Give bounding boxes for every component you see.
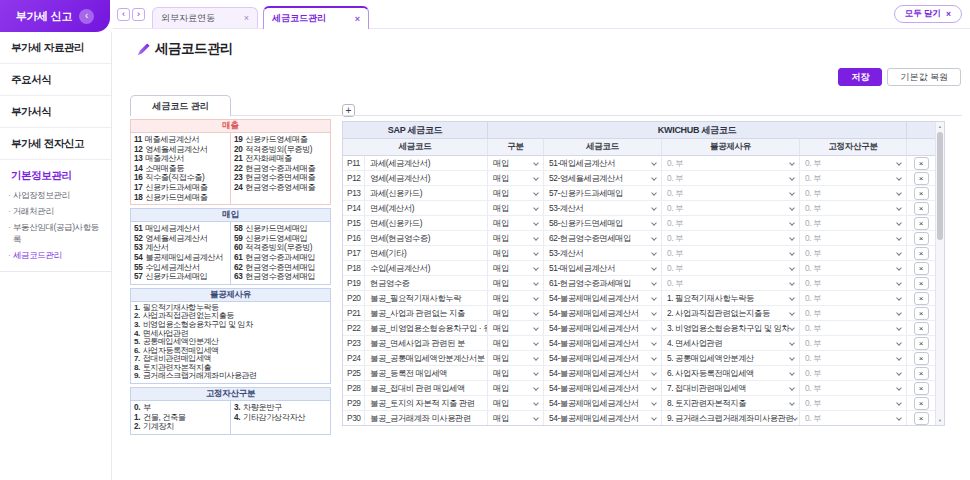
type-select[interactable]: 매입 xyxy=(488,231,544,245)
tax-code-select[interactable]: 54-불공제매입세금계산서 xyxy=(544,381,662,395)
tab-scroll-left-icon[interactable]: ‹ xyxy=(117,8,130,21)
delete-row-button[interactable]: × xyxy=(914,202,929,215)
delete-row-button[interactable]: × xyxy=(914,217,929,230)
tax-code-select[interactable]: 54-불공제매입세금계산서 xyxy=(544,396,662,410)
type-select[interactable]: 매입 xyxy=(488,321,544,335)
sidebar-subitem-workplace-info[interactable]: 사업장정보관리 xyxy=(0,188,111,204)
type-select[interactable]: 매입 xyxy=(488,201,544,215)
nondeductible-reason-select[interactable]: 7. 접대비관련매입세액 xyxy=(662,381,800,395)
type-select[interactable]: 매입 xyxy=(488,396,544,410)
fixed-asset-select[interactable]: 0. 부 xyxy=(800,381,907,395)
tab-tax-code-management[interactable]: 세금코드관리 × xyxy=(263,6,369,29)
delete-row-button[interactable]: × xyxy=(914,232,929,245)
tax-code-select[interactable]: 54-불공제매입세금계산서 xyxy=(544,321,662,335)
save-button[interactable]: 저장 xyxy=(838,68,882,86)
delete-row-button[interactable]: × xyxy=(914,292,929,305)
type-select[interactable]: 매입 xyxy=(488,351,544,365)
type-select[interactable]: 매입 xyxy=(488,306,544,320)
tab-close-icon[interactable]: × xyxy=(355,14,360,24)
fixed-asset-select[interactable]: 0. 부 xyxy=(800,396,907,410)
tax-code-select[interactable]: 51-매입세금계산서 xyxy=(544,156,662,170)
type-select[interactable]: 매입 xyxy=(488,156,544,170)
nondeductible-reason-select[interactable]: 1. 필요적기재사항누락등 xyxy=(662,291,800,305)
delete-row-button[interactable]: × xyxy=(914,157,929,170)
nondeductible-reason-select[interactable]: 0. 부 xyxy=(662,261,800,275)
sidebar-item-sub-forms[interactable]: 부가서식 xyxy=(0,96,111,128)
type-select[interactable]: 매입 xyxy=(488,171,544,185)
type-select[interactable]: 매입 xyxy=(488,216,544,230)
nondeductible-reason-select[interactable]: 0. 부 xyxy=(662,216,800,230)
nondeductible-reason-select[interactable]: 8. 토지관련자본적지출 xyxy=(662,396,800,410)
tab-external-data-link[interactable]: 외부자료연동 × xyxy=(152,7,258,28)
tab-close-icon[interactable]: × xyxy=(244,13,249,23)
type-select[interactable]: 매입 xyxy=(488,381,544,395)
delete-row-button[interactable]: × xyxy=(914,382,929,395)
nondeductible-reason-select[interactable]: 3. 비영업용소형승용차구입 및 임차 xyxy=(662,321,800,335)
fixed-asset-select[interactable]: 0. 부 xyxy=(800,246,907,260)
type-select[interactable]: 매입 xyxy=(488,366,544,380)
sidebar-subitem-real-estate[interactable]: 부동산임대(공급)사항등록 xyxy=(0,220,111,248)
delete-row-button[interactable]: × xyxy=(914,247,929,260)
nondeductible-reason-select[interactable]: 0. 부 xyxy=(662,171,800,185)
scroll-up-icon[interactable]: ▲ xyxy=(936,124,944,129)
fixed-asset-select[interactable]: 0. 부 xyxy=(800,276,907,290)
nondeductible-reason-select[interactable]: 0. 부 xyxy=(662,276,800,290)
tax-code-select[interactable]: 53-계산서 xyxy=(544,246,662,260)
nondeductible-reason-select[interactable]: 0. 부 xyxy=(662,186,800,200)
nondeductible-reason-select[interactable]: 2. 사업과직접관련없는지출등 xyxy=(662,306,800,320)
tax-code-select[interactable]: 54-불공제매입세금계산서 xyxy=(544,351,662,365)
delete-row-button[interactable]: × xyxy=(914,262,929,275)
type-select[interactable]: 매입 xyxy=(488,246,544,260)
tax-code-select[interactable]: 54-불공제매입세금계산서 xyxy=(544,411,662,425)
fixed-asset-select[interactable]: 0. 부 xyxy=(800,321,907,335)
vertical-scrollbar[interactable]: ▲ ▼ xyxy=(935,122,944,425)
type-select[interactable]: 매입 xyxy=(488,291,544,305)
collapse-sidebar-icon[interactable]: ‹ xyxy=(79,9,94,24)
fixed-asset-select[interactable]: 0. 부 xyxy=(800,336,907,350)
nondeductible-reason-select[interactable]: 6. 사업자등록전매입세액 xyxy=(662,366,800,380)
tax-code-select[interactable]: 54-불공제매입세금계산서 xyxy=(544,336,662,350)
nondeductible-reason-select[interactable]: 5. 공통매입세액안분계산 xyxy=(662,351,800,365)
type-select[interactable]: 매입 xyxy=(488,276,544,290)
tax-code-select[interactable]: 62-현금영수증면세매입 xyxy=(544,231,662,245)
type-select[interactable]: 매입 xyxy=(488,411,544,425)
nondeductible-reason-select[interactable]: 4. 면세사업관련 xyxy=(662,336,800,350)
fixed-asset-select[interactable]: 0. 부 xyxy=(800,156,907,170)
close-all-tabs-button[interactable]: 모두 닫기 × xyxy=(894,5,962,23)
fixed-asset-select[interactable]: 0. 부 xyxy=(800,231,907,245)
tax-code-select[interactable]: 58-신용카드면세매입 xyxy=(544,216,662,230)
delete-row-button[interactable]: × xyxy=(914,367,929,380)
content-tab-tax-code[interactable]: 세금코드 관리 xyxy=(130,95,231,116)
nondeductible-reason-select[interactable]: 0. 부 xyxy=(662,246,800,260)
fixed-asset-select[interactable]: 0. 부 xyxy=(800,261,907,275)
nondeductible-reason-select[interactable]: 0. 부 xyxy=(662,201,800,215)
delete-row-button[interactable]: × xyxy=(914,412,929,425)
tax-code-select[interactable]: 54-불공제매입세금계산서 xyxy=(544,366,662,380)
tax-code-select[interactable]: 52-영세율세금계산서 xyxy=(544,171,662,185)
fixed-asset-select[interactable]: 0. 부 xyxy=(800,186,907,200)
nondeductible-reason-select[interactable]: 9. 금거래스크랩거래계좌미사용관련 xyxy=(662,411,800,425)
sidebar-subitem-tax-code[interactable]: 세금코드관리 xyxy=(0,248,111,264)
restore-defaults-button[interactable]: 기본값 복원 xyxy=(887,68,961,86)
delete-row-button[interactable]: × xyxy=(914,172,929,185)
fixed-asset-select[interactable]: 0. 부 xyxy=(800,366,907,380)
delete-row-button[interactable]: × xyxy=(914,397,929,410)
fixed-asset-select[interactable]: 0. 부 xyxy=(800,201,907,215)
tax-code-select[interactable]: 54-불공제매입세금계산서 xyxy=(544,306,662,320)
tax-code-select[interactable]: 53-계산서 xyxy=(544,201,662,215)
sidebar-item-e-filing[interactable]: 부가세 전자신고 xyxy=(0,128,111,160)
tax-code-select[interactable]: 61-현금영수증과세매입 xyxy=(544,276,662,290)
sidebar-subitem-client-mgmt[interactable]: 거래처관리 xyxy=(0,204,111,220)
fixed-asset-select[interactable]: 0. 부 xyxy=(800,411,907,425)
delete-row-button[interactable]: × xyxy=(914,352,929,365)
fixed-asset-select[interactable]: 0. 부 xyxy=(800,291,907,305)
delete-row-button[interactable]: × xyxy=(914,277,929,290)
delete-row-button[interactable]: × xyxy=(914,322,929,335)
type-select[interactable]: 매입 xyxy=(488,261,544,275)
scroll-down-icon[interactable]: ▼ xyxy=(936,418,944,423)
nondeductible-reason-select[interactable]: 0. 부 xyxy=(662,156,800,170)
sidebar-item-main-forms[interactable]: 주요서식 xyxy=(0,64,111,96)
fixed-asset-select[interactable]: 0. 부 xyxy=(800,306,907,320)
type-select[interactable]: 매입 xyxy=(488,186,544,200)
delete-row-button[interactable]: × xyxy=(914,307,929,320)
